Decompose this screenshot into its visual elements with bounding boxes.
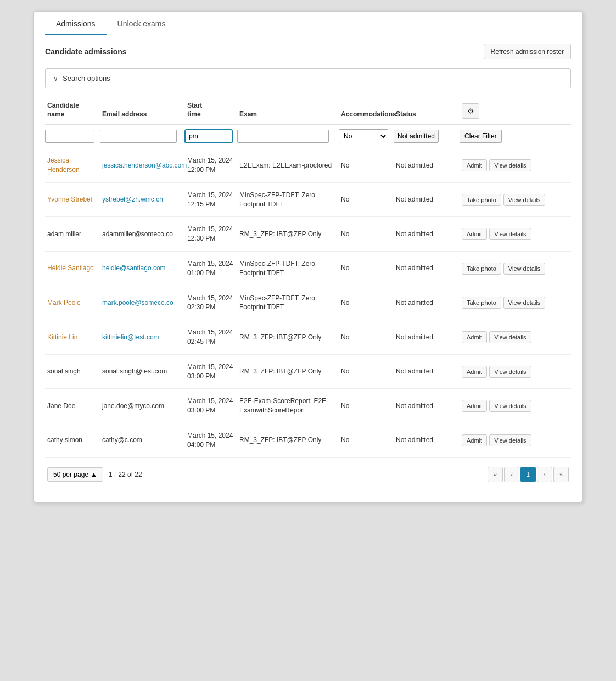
row-actions: Admit View details [460, 330, 571, 344]
view-details-button[interactable]: View details [489, 366, 531, 378]
filter-status-cell: Not admitted [394, 130, 460, 143]
filter-columns-button[interactable]: ⚙ [462, 103, 479, 119]
exam-name: RM_3_ZFP: IBT@ZFP Only [237, 434, 339, 446]
candidate-email: adammiller@someco.co [100, 228, 185, 240]
page-nav: « ‹ 1 › » [488, 467, 569, 482]
col-exam: Exam [237, 108, 339, 121]
accommodations: No [339, 332, 394, 343]
exam-name: MinSpec-ZFP-TDFT: Zero Footprint TDFT [237, 189, 339, 210]
action1-button[interactable]: Admit [462, 400, 487, 412]
action1-button[interactable]: Admit [462, 366, 487, 378]
filter-status-button[interactable]: Not admitted [394, 130, 439, 143]
section-title: Candidate admissions [45, 47, 127, 56]
row-actions: Admit View details [460, 365, 571, 379]
exam-name: RM_3_ZFP: IBT@ZFP Only [237, 366, 339, 377]
candidate-email: cathy@c.com [100, 434, 185, 446]
candidate-name[interactable]: Mark Poole [45, 297, 100, 309]
refresh-button[interactable]: Refresh admission roster [484, 44, 571, 59]
status: Not admitted [394, 194, 460, 205]
view-details-button[interactable]: View details [489, 159, 531, 171]
col-actions: ⚙ [460, 101, 571, 121]
candidate-email[interactable]: heidie@santiago.com [100, 263, 185, 274]
accommodations: No [339, 297, 394, 309]
filter-columns-icon: ⚙ [467, 107, 474, 115]
filter-row: No Yes Not admitted Clear Filter [45, 125, 571, 148]
next-page-button[interactable]: › [537, 467, 552, 482]
table-row: Heidie Santiago heidie@santiago.com Marc… [45, 252, 571, 286]
content-area: Candidate admissions Refresh admission r… [34, 35, 582, 491]
view-details-button[interactable]: View details [489, 331, 531, 343]
candidate-email[interactable]: mark.poole@someco.co [100, 297, 185, 309]
table-row: adam miller adammiller@someco.co March 1… [45, 217, 571, 252]
status: Not admitted [394, 160, 460, 171]
section-header: Candidate admissions Refresh admission r… [45, 44, 571, 59]
view-details-button[interactable]: View details [489, 228, 531, 240]
row-actions: Take photo View details [460, 295, 571, 310]
table-headers: Candidatename Email address Starttime Ex… [45, 99, 571, 125]
per-page-arrow-icon: ▲ [91, 471, 97, 478]
search-options-bar[interactable]: ∨ Search options [45, 68, 571, 88]
action1-button[interactable]: Admit [462, 434, 487, 446]
filter-candidate-name-input[interactable] [45, 130, 94, 143]
filter-start-time-cell [185, 130, 237, 143]
candidate-email[interactable]: jessica.henderson@abc.com [100, 160, 185, 171]
candidate-name: Jane Doe [45, 400, 100, 412]
action1-button[interactable]: Take photo [462, 297, 501, 309]
status: Not admitted [394, 434, 460, 446]
start-time: March 15, 2024 04:00 PM [185, 430, 237, 451]
first-page-button[interactable]: « [488, 467, 503, 482]
status: Not admitted [394, 297, 460, 309]
col-start-time: Starttime [185, 99, 237, 121]
action1-button[interactable]: Admit [462, 331, 487, 343]
pagination-left: 50 per page ▲ 1 - 22 of 22 [47, 467, 142, 482]
clear-filter-button[interactable]: Clear Filter [460, 130, 502, 143]
tab-unlock-exams[interactable]: Unlock exams [107, 12, 177, 35]
per-page-button[interactable]: 50 per page ▲ [47, 467, 103, 482]
exam-name: RM_3_ZFP: IBT@ZFP Only [237, 332, 339, 343]
last-page-button[interactable]: » [553, 467, 569, 482]
action1-button[interactable]: Take photo [462, 263, 501, 275]
table-row: cathy simon cathy@c.com March 15, 2024 0… [45, 423, 571, 458]
accommodations: No [339, 434, 394, 446]
page-range: 1 - 22 of 22 [109, 471, 142, 478]
exam-name: RM_3_ZFP: IBT@ZFP Only [237, 228, 339, 240]
view-details-button[interactable]: View details [489, 434, 531, 446]
candidate-name: cathy simon [45, 434, 100, 446]
view-details-button[interactable]: View details [489, 400, 531, 412]
action1-button[interactable]: Admit [462, 159, 487, 171]
tabs-bar: Admissions Unlock exams [34, 12, 582, 35]
row-actions: Take photo View details [460, 261, 571, 276]
candidate-email[interactable]: ystrebel@zh.wmc.ch [100, 194, 185, 205]
view-details-button[interactable]: View details [503, 194, 546, 206]
candidate-email[interactable]: kittinielin@test.com [100, 332, 185, 343]
start-time: March 15, 2024 12:00 PM [185, 155, 237, 176]
filter-clear-cell: Clear Filter [460, 130, 571, 143]
tab-admissions[interactable]: Admissions [45, 12, 107, 35]
candidate-name[interactable]: Heidie Santiago [45, 263, 100, 274]
accommodations: No [339, 194, 394, 205]
table-row: Jane Doe jane.doe@myco.com March 15, 202… [45, 389, 571, 423]
current-page-button[interactable]: 1 [520, 467, 536, 482]
action1-button[interactable]: Take photo [462, 194, 501, 206]
action1-button[interactable]: Admit [462, 228, 487, 240]
candidate-name[interactable]: Kittinie Lin [45, 332, 100, 343]
accommodations: No [339, 400, 394, 412]
filter-start-time-input[interactable] [185, 130, 232, 143]
candidate-email: jane.doe@myco.com [100, 400, 185, 412]
filter-exam-input[interactable] [237, 130, 329, 143]
search-options-label: Search options [63, 74, 110, 82]
candidate-name[interactable]: Yvonne Strebel [45, 194, 100, 205]
col-email: Email address [100, 108, 185, 121]
prev-page-button[interactable]: ‹ [504, 467, 519, 482]
start-time: March 15, 2024 02:30 PM [185, 293, 237, 314]
status: Not admitted [394, 263, 460, 274]
accommodations: No [339, 228, 394, 240]
filter-accommodations-select[interactable]: No Yes [339, 129, 388, 143]
status: Not admitted [394, 366, 460, 377]
table-body: Jessica Henderson jessica.henderson@abc.… [45, 148, 571, 457]
view-details-button[interactable]: View details [503, 263, 546, 275]
filter-email-input[interactable] [100, 130, 177, 143]
filter-exam-cell [237, 130, 339, 143]
view-details-button[interactable]: View details [503, 297, 546, 309]
candidate-name[interactable]: Jessica Henderson [45, 155, 100, 176]
